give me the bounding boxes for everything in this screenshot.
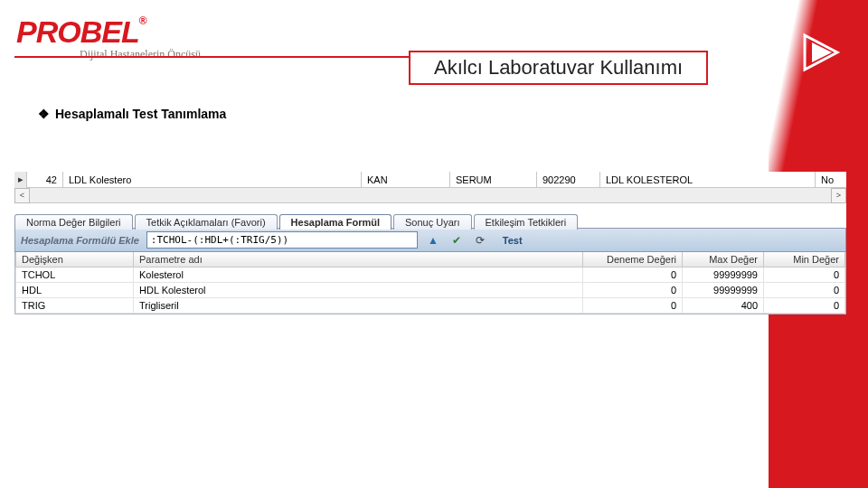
cell-trial[interactable]: 0 — [583, 298, 683, 314]
record-id: 42 — [27, 172, 63, 188]
tab-formula[interactable]: Hesaplama Formül — [279, 214, 392, 230]
bullet-line: ❖Hesaplamalı Test Tanımlama — [38, 107, 226, 121]
record-material: KAN — [362, 172, 450, 188]
brand-tagline: Dijital Hastanelerin Öncüsü — [80, 48, 201, 61]
horizontal-scrollbar[interactable]: < > — [14, 188, 846, 203]
check-icon[interactable]: ✔ — [448, 232, 465, 249]
cell-var: TRIG — [16, 298, 134, 314]
tab-interactions[interactable]: Etkileşim Tetkikleri — [474, 214, 579, 230]
cell-param: Kolesterol — [134, 267, 583, 283]
record-group: LDL KOLESTEROL — [600, 172, 816, 188]
cell-max[interactable]: 400 — [683, 298, 764, 314]
record-specimen: SERUM — [450, 172, 537, 188]
scroll-left-button[interactable]: < — [14, 188, 30, 203]
col-min[interactable]: Min Değer — [764, 252, 845, 267]
registered-icon: ® — [139, 14, 147, 27]
table-row[interactable]: TCHOL Kolesterol 0 99999999 0 — [16, 267, 845, 283]
tab-descriptions[interactable]: Tetkik Açıklamaları (Favori) — [135, 214, 278, 230]
col-max[interactable]: Max Değer — [683, 252, 764, 267]
bullet-text: Hesaplamalı Test Tanımlama — [55, 107, 226, 121]
tab-strip: Norma Değer Bilgileri Tetkik Açıklamalar… — [14, 209, 846, 229]
record-name: LDL Kolestero — [63, 172, 362, 188]
row-indicator-icon[interactable]: ▸ — [14, 172, 27, 188]
cell-max[interactable]: 99999999 — [683, 283, 764, 298]
col-param[interactable]: Parametre adı — [134, 252, 583, 267]
variables-header-row: Değişken Parametre adı Deneme Değeri Max… — [16, 252, 845, 267]
formula-label: Hesaplama Formülü Ekle — [21, 235, 139, 246]
cell-min[interactable]: 0 — [764, 298, 845, 314]
formula-input[interactable] — [146, 231, 418, 249]
table-row[interactable]: TRIG Trigliseril 0 400 0 — [16, 298, 845, 314]
cell-var: HDL — [16, 283, 134, 298]
cell-var: TCHOL — [16, 267, 134, 283]
test-button[interactable]: Test — [495, 235, 530, 246]
cell-param: Trigliseril — [134, 298, 583, 314]
record-row[interactable]: ▸ 42 LDL Kolestero KAN SERUM 902290 LDL … — [14, 172, 846, 188]
bullet-icon: ❖ — [38, 107, 50, 121]
cell-min[interactable]: 0 — [764, 267, 845, 283]
formula-toolbar: Hesaplama Formülü Ekle ▲ ✔ ⟳ Test — [14, 229, 846, 252]
brand-name: PROBEL — [16, 14, 139, 49]
tab-result-alert[interactable]: Sonuç Uyarı — [393, 214, 472, 230]
tab-normal-values[interactable]: Norma Değer Bilgileri — [14, 214, 133, 230]
col-trial[interactable]: Deneme Değeri — [583, 252, 683, 267]
cell-trial[interactable]: 0 — [583, 283, 683, 298]
refresh-icon[interactable]: ⟳ — [472, 232, 488, 249]
app-panel: ▸ 42 LDL Kolestero KAN SERUM 902290 LDL … — [14, 172, 846, 314]
record-code: 902290 — [537, 172, 600, 188]
triangle-up-icon[interactable]: ▲ — [425, 232, 441, 249]
col-var[interactable]: Değişken — [16, 252, 134, 267]
brand-logo: PROBEL® Dijital Hastanelerin Öncüsü — [16, 14, 201, 61]
scroll-right-button[interactable]: > — [831, 188, 846, 203]
cell-min[interactable]: 0 — [764, 283, 845, 298]
cell-max[interactable]: 99999999 — [683, 267, 764, 283]
cell-param: HDL Kolesterol — [134, 283, 583, 298]
brand-rule — [14, 56, 416, 58]
cell-trial[interactable]: 0 — [583, 267, 683, 283]
variables-grid: Değişken Parametre adı Deneme Değeri Max… — [14, 252, 846, 314]
page-title: Akılcı Laboratuvar Kullanımı — [409, 51, 708, 85]
table-row[interactable]: HDL HDL Kolesterol 0 99999999 0 — [16, 283, 845, 298]
record-last: No — [816, 172, 846, 188]
